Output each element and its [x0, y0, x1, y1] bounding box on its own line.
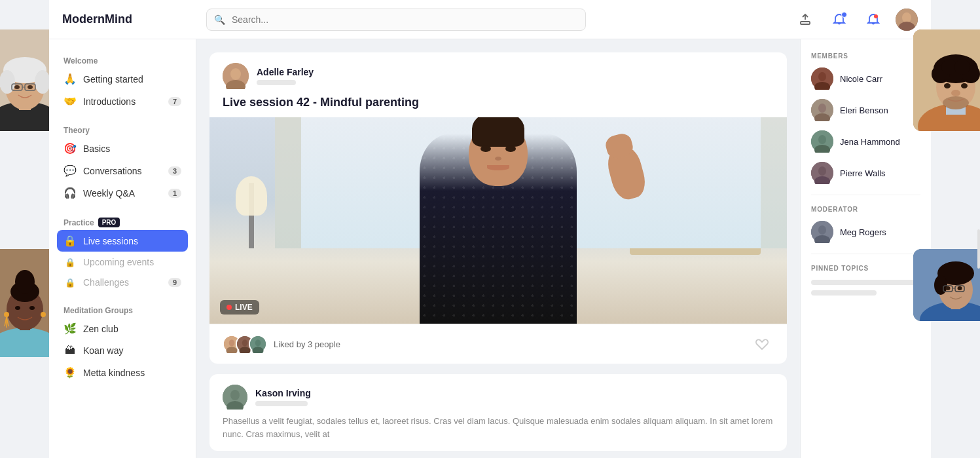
upload-icon[interactable] — [793, 8, 817, 31]
upcoming-events-label: Upcoming events — [83, 257, 181, 267]
post-title: Live session 42 - Mindful parenting — [209, 96, 787, 117]
svg-point-32 — [230, 68, 241, 80]
challenges-icon: 🔒 — [64, 278, 77, 288]
live-dot — [227, 305, 232, 310]
nav-section-practice: Practice — [64, 218, 94, 227]
svg-point-19 — [41, 312, 46, 317]
liked-text: Liked by 3 people — [274, 339, 340, 349]
search-bar[interactable]: 🔍 — [206, 9, 586, 31]
svg-point-18 — [4, 312, 9, 317]
comment-text: Phasellus a velit feugiat, sodales tellu… — [223, 415, 774, 440]
scrollbar[interactable] — [977, 229, 980, 269]
svg-point-70 — [954, 59, 970, 75]
like-button[interactable] — [750, 332, 774, 356]
svg-point-71 — [943, 96, 969, 109]
sidebar-item-weekly-qa[interactable]: 🎧 Weekly Q&A 1 — [57, 182, 188, 204]
sidebar-item-metta-kindness[interactable]: 🌻 Metta kindness — [57, 362, 188, 383]
sidebar-item-zen-club[interactable]: 🌿 Zen club — [57, 318, 188, 339]
search-input[interactable] — [206, 9, 586, 31]
svg-point-59 — [818, 225, 826, 235]
getting-started-label: Getting started — [83, 74, 181, 85]
comment-author-name: Kason Irving — [255, 388, 311, 398]
svg-point-27 — [874, 14, 878, 18]
live-sessions-icon: 🔒 — [64, 235, 77, 247]
conversations-badge: 3 — [168, 166, 181, 176]
sidebar-item-introductions[interactable]: 🤝 Introductions 7 — [57, 90, 188, 112]
members-section-title: MEMBERS — [811, 52, 920, 60]
post-footer: Liked by 3 people — [209, 324, 787, 364]
post-author-avatar — [223, 63, 249, 89]
svg-point-73 — [961, 83, 968, 88]
notification-icon-1[interactable] — [827, 8, 851, 31]
sidebar-item-challenges[interactable]: 🔒 Challenges 9 — [57, 273, 188, 292]
introductions-icon: 🤝 — [64, 95, 77, 107]
sidebar-item-basics[interactable]: 🎯 Basics — [57, 138, 188, 159]
metta-kindness-label: Metta kindness — [83, 368, 181, 378]
weekly-qa-label: Weekly Q&A — [83, 188, 162, 199]
svg-point-10 — [14, 85, 20, 89]
left-decorative-avatars — [0, 0, 49, 458]
moderator-section-title: MODERATOR — [811, 206, 920, 213]
pinned-section-title: PINNED TOPICS — [811, 265, 920, 272]
svg-point-85 — [957, 286, 962, 290]
right-avatar-top — [913, 29, 981, 131]
sidebar-item-conversations[interactable]: 💬 Conversations 3 — [57, 160, 188, 181]
conversations-label: Conversations — [83, 166, 162, 176]
svg-point-11 — [27, 85, 33, 89]
sidebar-item-live-sessions[interactable]: 🔒 Live sessions — [57, 230, 188, 252]
comment-author-info: Kason Irving — [255, 388, 311, 406]
comment-header: Kason Irving — [223, 385, 774, 410]
pro-badge: PRO — [98, 218, 120, 227]
member-avatar-eleri — [811, 99, 833, 121]
challenges-label: Challenges — [83, 277, 162, 288]
basics-icon: 🎯 — [64, 142, 77, 155]
member-name-eleri: Eleri Benson — [840, 105, 888, 115]
right-sidebar: MEMBERS Nicole Carr Eleri Benson Jena Ha… — [800, 39, 931, 458]
svg-point-6 — [35, 70, 50, 94]
svg-point-17 — [15, 270, 35, 294]
challenges-badge: 9 — [168, 278, 181, 287]
sidebar-item-koan-way[interactable]: 🏔 Koan way — [57, 340, 188, 361]
svg-point-29 — [902, 12, 911, 23]
svg-point-23 — [15, 306, 20, 310]
svg-point-84 — [945, 286, 950, 290]
nav-section-welcome: Welcome — [57, 52, 188, 68]
user-avatar[interactable] — [896, 9, 918, 31]
liked-avatar-3 — [249, 335, 267, 353]
basics-label: Basics — [83, 143, 181, 154]
sidebar-divider-2 — [811, 254, 920, 254]
member-avatar-nicole — [811, 67, 833, 90]
pinned-line-2 — [811, 290, 877, 296]
zen-club-label: Zen club — [83, 324, 181, 334]
svg-point-53 — [818, 135, 826, 144]
svg-point-44 — [230, 390, 240, 400]
post-card: Adelle Farley Live session 42 - Mindful … — [209, 52, 787, 364]
nav-section-theory: Theory — [57, 122, 188, 138]
member-item-pierre: Pierre Walls — [811, 162, 920, 184]
sidebar-item-getting-started[interactable]: 🙏 Getting started — [57, 68, 188, 90]
moderator-item: Meg Rogers — [811, 221, 920, 243]
comment-author-subtitle — [255, 401, 308, 406]
member-item-nicole: Nicole Carr — [811, 67, 920, 90]
notification-icon-2[interactable] — [862, 8, 885, 31]
svg-point-56 — [818, 166, 826, 176]
koan-way-icon: 🏔 — [64, 345, 77, 356]
svg-point-38 — [242, 339, 248, 346]
getting-started-icon: 🙏 — [64, 73, 77, 85]
sidebar: Welcome 🙏 Getting started 🤝 Introduction… — [49, 39, 196, 458]
comment-avatar — [223, 385, 247, 410]
post-author-subtitle — [257, 80, 296, 85]
svg-point-72 — [944, 83, 951, 88]
app-logo: ModernMind — [62, 12, 193, 26]
main-feed: Adelle Farley Live session 42 - Mindful … — [196, 39, 800, 458]
member-avatar-pierre — [811, 162, 833, 184]
pinned-line-1 — [811, 280, 920, 285]
post-header: Adelle Farley — [209, 52, 787, 96]
live-sessions-label: Live sessions — [83, 236, 181, 246]
sidebar-item-upcoming-events[interactable]: 🔒 Upcoming events — [57, 252, 188, 272]
member-name-jena: Jena Hammond — [840, 137, 900, 147]
post-author-info: Adelle Farley — [257, 67, 314, 85]
header-actions — [793, 8, 918, 31]
right-avatar-bottom — [913, 249, 981, 321]
weekly-qa-icon: 🎧 — [64, 187, 77, 199]
